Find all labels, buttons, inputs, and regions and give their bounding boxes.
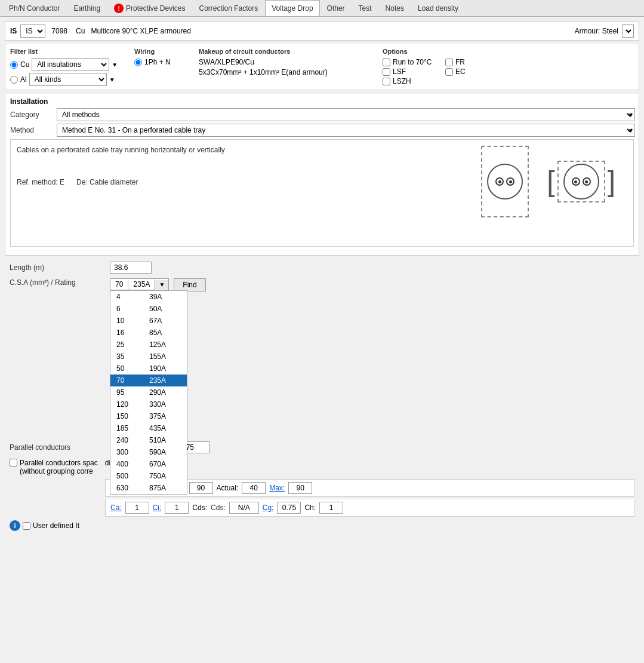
tab-ph-n[interactable]: Ph/N Conductor	[2, 0, 66, 16]
dropdown-item[interactable]: 1067A	[110, 315, 187, 327]
dropdown-item[interactable]: 50190A	[110, 363, 187, 375]
cable-inner-group-right	[572, 177, 591, 186]
cable-inner-group	[495, 177, 514, 186]
tab-notes-label: Notes	[386, 4, 404, 13]
armour-select[interactable]	[622, 24, 634, 38]
tab-notes[interactable]: Notes	[379, 0, 411, 16]
tab-earthing[interactable]: Earthing	[67, 0, 107, 16]
tab-load-density[interactable]: Load density	[411, 0, 465, 16]
wiring-box: Wiring 1Ph + N	[134, 48, 194, 86]
filter-label: Filter list	[10, 48, 130, 55]
makeup-label: Makeup of circuit conductors	[199, 48, 378, 55]
wiring-1ph-radio[interactable]	[134, 59, 142, 66]
tab-test-label: Test	[359, 4, 372, 13]
cable-material: Cu	[76, 27, 85, 35]
tab-correction[interactable]: Correction Factors	[192, 0, 264, 16]
options-box: Options Run to 70°C FR LSF EC	[383, 48, 502, 86]
actual-label: Actual:	[217, 484, 239, 492]
dropdown-item[interactable]: 35155A	[110, 351, 187, 363]
cg-label[interactable]: Cg:	[263, 504, 274, 512]
method-select[interactable]: Method E No. 31 - On a perforated cable …	[57, 124, 635, 137]
actual-input[interactable]	[242, 482, 266, 494]
inner-circle-4	[583, 177, 591, 186]
insulation-select[interactable]: All insulations	[32, 58, 109, 71]
lsf-checkbox[interactable]	[383, 68, 390, 76]
makeup-line2: 5x3Cx70mm² + 1x10mm² E(and armour)	[199, 68, 378, 76]
ec-checkbox[interactable]	[445, 68, 453, 76]
csa-dropdown-arrow[interactable]: ▼	[155, 280, 168, 289]
dropdown-item[interactable]: 25125A	[110, 339, 187, 351]
insulation-dropdown-arrow[interactable]: ▼	[112, 62, 118, 68]
category-row: Category All methods ▼	[10, 108, 634, 121]
inner-circle-3	[572, 177, 580, 186]
tab-protective[interactable]: ! Protective Devices	[107, 0, 192, 16]
cu-radio[interactable]	[10, 61, 18, 69]
ca-input[interactable]	[125, 502, 149, 514]
dropdown-item[interactable]: 650A	[110, 303, 187, 315]
dropdown-item[interactable]: 300590A	[110, 446, 187, 458]
dropdown-item[interactable]: 185435A	[110, 422, 187, 434]
spacing-labels: Parallel conductors spac (without groupi…	[20, 459, 98, 475]
tab-load-density-label: Load density	[418, 4, 458, 13]
cds-input[interactable]	[229, 502, 259, 514]
diagram-ref: Ref. method: E	[17, 178, 64, 186]
spacing-checkbox[interactable]	[10, 459, 17, 466]
category-select[interactable]: All methods	[57, 108, 635, 121]
tab-test[interactable]: Test	[352, 0, 378, 16]
user-defined-checkbox[interactable]	[23, 522, 30, 530]
full-loaded-input[interactable]	[189, 482, 213, 494]
max-link[interactable]: Max:	[269, 484, 285, 492]
dropdown-item[interactable]: 500750A	[110, 470, 187, 482]
cg-input[interactable]	[277, 502, 301, 514]
max-input[interactable]	[288, 482, 312, 494]
kind-dropdown-arrow[interactable]: ▼	[109, 76, 115, 83]
ch-input[interactable]	[319, 502, 343, 514]
tab-earthing-label: Earthing	[73, 4, 100, 13]
tab-correction-label: Correction Factors	[199, 4, 258, 13]
bracket-inner-dashed	[557, 161, 605, 202]
tab-voltage-drop-label: Voltage Drop	[272, 4, 313, 13]
cu-label: Cu	[20, 60, 29, 69]
diagram-de: De: Cable diameter	[76, 178, 138, 186]
makeup-line1: SWA/XLPE90/Cu	[199, 58, 378, 66]
csa-rating: 235A	[128, 279, 155, 290]
cable-standard-select[interactable]: IS	[20, 24, 45, 38]
length-input[interactable]	[110, 262, 152, 274]
run-to-70-label: Run to 70°C	[393, 58, 432, 66]
fr-checkbox[interactable]	[445, 59, 453, 66]
category-arrow[interactable]: ▼	[628, 112, 634, 118]
ca-label[interactable]: Ca:	[110, 504, 122, 512]
dropdown-item[interactable]: 120330A	[110, 398, 187, 410]
category-key: Category	[10, 110, 52, 119]
diagram-text: Cables on a perforated cable tray runnin…	[17, 146, 481, 186]
lszh-checkbox[interactable]	[383, 78, 390, 85]
ci-input[interactable]	[165, 502, 189, 514]
dropdown-item[interactable]: 439A	[110, 291, 187, 303]
method-row: Method Method E No. 31 - On a perforated…	[10, 124, 634, 137]
user-defined-row: i User defined It	[10, 520, 634, 531]
dropdown-item[interactable]: 1685A	[110, 327, 187, 339]
dropdown-item[interactable]: 630875A	[110, 482, 187, 494]
dropdown-item[interactable]: 400670A	[110, 458, 187, 470]
find-button[interactable]: Find	[174, 278, 205, 291]
tab-voltage-drop[interactable]: Voltage Drop	[265, 0, 319, 16]
dropdown-item[interactable]: 70235A	[110, 375, 187, 386]
filter-wiring-row: Filter list Cu All insulations ▼ Al All …	[5, 44, 639, 90]
cds-label-text: Cds:	[211, 504, 226, 512]
dropdown-item[interactable]: 240510A	[110, 434, 187, 446]
lsf-label: LSF	[393, 67, 406, 76]
kind-select[interactable]: All kinds	[29, 73, 107, 86]
dropdown-item[interactable]: 150375A	[110, 410, 187, 422]
run-to-70-checkbox[interactable]	[383, 59, 390, 66]
ch-label: Ch:	[304, 504, 316, 512]
cable-circle-left	[487, 164, 523, 199]
csa-combo[interactable]: 70 235A ▼	[110, 278, 169, 290]
tab-other[interactable]: Other	[321, 0, 352, 16]
cds-link[interactable]: Cds:	[211, 504, 226, 512]
csa-label: C.S.A (mm²) / Rating	[10, 278, 105, 287]
ci-label[interactable]: Ci:	[153, 504, 162, 512]
dropdown-item[interactable]: 95290A	[110, 386, 187, 398]
lsf-row: LSF	[383, 67, 439, 76]
al-radio[interactable]	[10, 76, 18, 84]
method-arrow[interactable]: ▼	[628, 127, 634, 134]
